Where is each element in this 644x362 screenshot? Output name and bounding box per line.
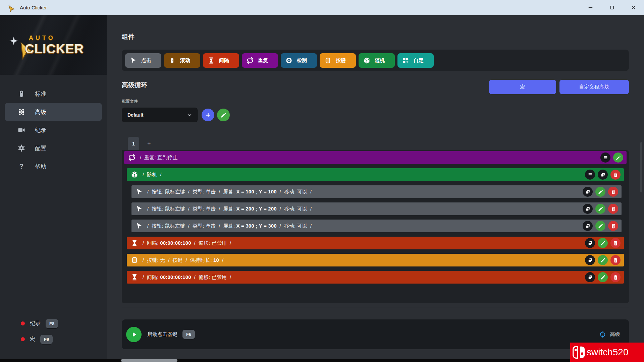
- question-icon: ?: [17, 162, 25, 170]
- copy-button[interactable]: [585, 272, 595, 282]
- mode-toggle[interactable]: 高级: [599, 330, 620, 338]
- delete-button[interactable]: [608, 187, 618, 197]
- hotkey-label: 宏: [30, 336, 35, 343]
- edit-button[interactable]: [598, 272, 608, 282]
- copy-button[interactable]: [598, 170, 608, 180]
- sidebar-item-standard[interactable]: 标准: [0, 85, 107, 103]
- component-label: 点击: [141, 57, 151, 64]
- sidebar-item-record[interactable]: 纪录: [0, 121, 107, 139]
- block-row-interval[interactable]: / 间隔: 00:00:00:100 / 偏移: 已禁用 /: [127, 237, 624, 249]
- sidebar-hotkeys: 纪录F8宏F9: [0, 318, 107, 349]
- dice-icon: [363, 57, 370, 64]
- copy-button[interactable]: [585, 255, 595, 265]
- maximize-icon: [608, 4, 615, 11]
- macro-button[interactable]: 宏: [489, 80, 556, 94]
- copy-button[interactable]: [585, 238, 595, 248]
- block-row-text: / 按键: 无 / 按键 / 保持时长: 10 /: [143, 257, 223, 263]
- pencil-icon: [220, 112, 227, 118]
- edit-button[interactable]: [598, 255, 608, 265]
- sidebar-item-help[interactable]: ?帮助: [0, 157, 107, 175]
- app-logo-icon: [7, 3, 15, 12]
- key-icon: [131, 256, 138, 264]
- horizontal-scrollbar[interactable]: [0, 359, 644, 362]
- start-clicker-label: 启动点击器键: [147, 331, 177, 338]
- cursor-icon: [136, 222, 143, 230]
- delete-button[interactable]: [610, 255, 621, 265]
- menu-button[interactable]: [600, 153, 610, 163]
- hotkey-key: F9: [40, 335, 53, 344]
- delete-button[interactable]: [610, 272, 621, 282]
- component-click-button[interactable]: 点击: [125, 53, 161, 68]
- delete-button[interactable]: [610, 170, 621, 180]
- block-row-click[interactable]: / 按钮: 鼠标左键 / 类型: 单击 / 屏幕: X = 100 ; Y = …: [131, 185, 622, 198]
- window-title: Auto Clicker: [20, 5, 47, 10]
- minimize-button[interactable]: [580, 0, 601, 15]
- scroll-mouse-icon: [169, 57, 176, 64]
- sidebar-item-advanced[interactable]: 高级: [5, 103, 102, 121]
- block-row-random[interactable]: / 随机 /: [127, 168, 624, 181]
- edit-button[interactable]: [598, 238, 608, 248]
- component-random-button[interactable]: 随机: [359, 53, 395, 68]
- window-controls: [580, 0, 644, 15]
- block-row-text: / 按钮: 鼠标左键 / 类型: 单击 / 屏幕: X = 100 ; Y = …: [147, 189, 312, 195]
- block-row-keypress[interactable]: / 按键: 无 / 按键 / 保持时长: 10 /: [127, 254, 624, 266]
- watermark-text: switch520: [587, 347, 629, 358]
- key-icon: [324, 57, 331, 64]
- hourglass-icon: [131, 274, 138, 281]
- component-custom-button[interactable]: 自定: [397, 53, 434, 68]
- vertical-scrollbar-thumb[interactable]: [640, 142, 642, 192]
- components-heading: 组件: [122, 33, 135, 41]
- block-row-text: / 重复: 直到停止: [140, 155, 178, 161]
- block-row-text: / 随机 /: [143, 172, 162, 178]
- add-tab-button[interactable]: +: [147, 140, 151, 147]
- block-row-repeat[interactable]: / 重复: 直到停止: [124, 151, 627, 164]
- block-row-text: / 按钮: 鼠标左键 / 类型: 单击 / 屏幕: X = 200 ; Y = …: [147, 206, 312, 212]
- block-row-click[interactable]: / 按钮: 鼠标左键 / 类型: 单击 / 屏幕: X = 300 ; Y = …: [131, 220, 622, 232]
- sidebar: AUTO CLICKER 标准高级纪录配置?帮助 纪录F8宏F9: [0, 15, 107, 362]
- close-button[interactable]: [623, 0, 644, 15]
- edit-button[interactable]: [595, 187, 605, 197]
- maximize-button[interactable]: [601, 0, 623, 15]
- blocks-icon: [402, 57, 409, 64]
- add-profile-button[interactable]: [202, 109, 214, 121]
- tab-1[interactable]: 1: [128, 137, 139, 150]
- component-interval-button[interactable]: 间隔: [203, 53, 239, 68]
- block-row-interval[interactable]: / 间隔: 00:00:00:100 / 偏移: 已禁用 /: [127, 271, 624, 284]
- component-scroll-button[interactable]: 滚动: [164, 53, 200, 68]
- minimize-icon: [587, 4, 594, 11]
- sidebar-item-label: 配置: [35, 144, 46, 152]
- sidebar-item-settings[interactable]: 配置: [0, 139, 107, 157]
- app-logo: AUTO CLICKER: [0, 15, 107, 75]
- edit-button[interactable]: [613, 153, 623, 163]
- component-label: 随机: [375, 57, 385, 64]
- copy-button[interactable]: [583, 187, 593, 197]
- custom-block-button[interactable]: 自定义程序块: [559, 80, 629, 94]
- copy-button[interactable]: [583, 204, 593, 214]
- sidebar-item-label: 标准: [35, 90, 46, 98]
- block-row-actions: [585, 238, 621, 248]
- horizontal-scrollbar-thumb[interactable]: [121, 359, 177, 362]
- component-label: 按键: [336, 57, 346, 64]
- edit-button[interactable]: [595, 221, 605, 231]
- delete-button[interactable]: [608, 204, 618, 214]
- copy-button[interactable]: [583, 221, 593, 231]
- logo-text-clicker: CLICKER: [25, 42, 84, 56]
- edit-button[interactable]: [595, 204, 605, 214]
- switch-logo-icon: [572, 345, 586, 359]
- delete-button[interactable]: [608, 221, 618, 231]
- sidebar-item-label: 纪录: [35, 126, 46, 134]
- edit-profile-button[interactable]: [217, 109, 230, 121]
- profile-dropdown[interactable]: Default: [122, 108, 198, 122]
- tab-bar: 1 +: [128, 137, 151, 150]
- delete-button[interactable]: [610, 238, 621, 248]
- component-repeat-button[interactable]: 重复: [242, 53, 278, 68]
- play-icon: [129, 330, 139, 339]
- loop-buttons: 宏 自定义程序块: [489, 80, 629, 94]
- start-clicker-button[interactable]: [126, 327, 142, 342]
- atom-icon: [17, 108, 25, 116]
- eye-icon: [285, 57, 292, 64]
- component-detect-button[interactable]: 检测: [281, 53, 317, 68]
- component-keypress-button[interactable]: 按键: [320, 53, 356, 68]
- menu-button[interactable]: [585, 170, 595, 180]
- block-row-click[interactable]: / 按钮: 鼠标左键 / 类型: 单击 / 屏幕: X = 200 ; Y = …: [131, 202, 622, 215]
